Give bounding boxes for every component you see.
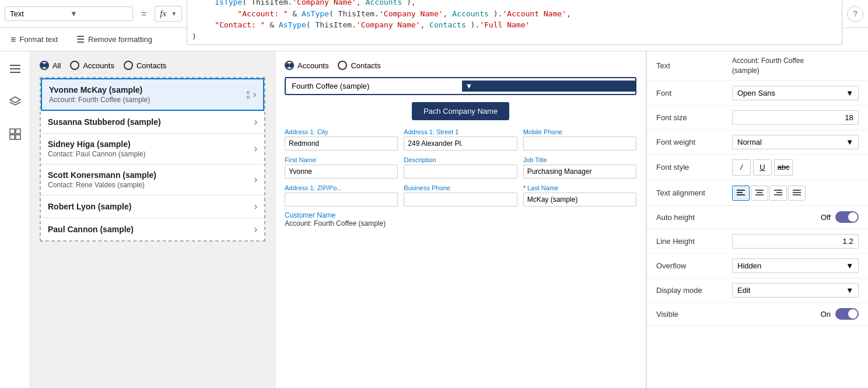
list-item-arrow: › — [253, 89, 256, 100]
form-field-mobile: Mobile Phone — [523, 128, 636, 151]
sidebar-components-icon[interactable] — [5, 124, 26, 145]
remove-formatting-label: Remove formatting — [88, 35, 152, 44]
list-item-arrow: › — [254, 201, 257, 212]
autoheight-switch[interactable] — [835, 211, 859, 223]
remove-format-icon: ☰ — [76, 34, 85, 45]
visible-switch[interactable] — [835, 308, 859, 320]
detail-panel: Accounts Contacts Fourth Coffee (sample)… — [275, 51, 646, 388]
field-input-jobtitle[interactable] — [523, 165, 636, 179]
sidebar-layers-icon[interactable] — [5, 91, 26, 112]
prop-row-fontstyle: Font style / U abc — [647, 155, 868, 181]
formula-code: If( IsBlank( ThisItem.'Company Name' ), … — [192, 0, 571, 42]
sidebar-hamburger-icon[interactable] — [5, 58, 26, 79]
customer-name-value: Account: Fourth Coffee (sample) — [285, 219, 386, 228]
italic-button[interactable]: / — [732, 159, 751, 176]
formula-bar[interactable]: If( IsBlank( ThisItem.'Company Name' ), … — [187, 0, 842, 45]
detail-radio-contacts-label: Contacts — [351, 61, 380, 70]
font-select-value: Open Sans — [737, 89, 775, 97]
svg-marker-3 — [10, 97, 20, 103]
formula-selector[interactable]: Text ▼ — [5, 6, 133, 21]
dropdown-arrow-icon: ▼ — [462, 81, 636, 92]
form-field-city: Address 1: City — [285, 128, 398, 151]
list-item[interactable]: Scott Konersmann (sample) Contact: Rene … — [41, 165, 264, 195]
svg-rect-16 — [774, 194, 782, 195]
patch-button[interactable]: Pach Company Name — [412, 102, 509, 120]
autoheight-toggle[interactable]: Off — [821, 211, 859, 223]
field-input-zip[interactable] — [285, 193, 398, 207]
list-item[interactable]: Sidney Higa (sample) Contact: Paul Canno… — [41, 134, 264, 165]
svg-rect-14 — [774, 190, 782, 191]
radio-contacts[interactable]: Contacts — [124, 61, 166, 70]
fontsize-input[interactable] — [732, 110, 859, 125]
drag-dots — [247, 91, 250, 99]
list-item[interactable]: Yvonne McKay (sample) Account: Fourth Co… — [41, 78, 264, 111]
underline-button[interactable]: U — [753, 159, 772, 176]
detail-radio-accounts-circle — [285, 61, 294, 70]
field-input-lastname[interactable] — [523, 193, 636, 207]
svg-rect-13 — [755, 194, 764, 195]
fontweight-chevron: ▼ — [846, 138, 853, 146]
prop-row-visible: Visible On — [647, 303, 868, 326]
help-button[interactable]: ? — [847, 6, 863, 22]
align-center-button[interactable] — [751, 186, 768, 201]
field-input-street[interactable] — [404, 137, 517, 151]
displaymode-select-value: Edit — [737, 286, 750, 295]
remove-formatting-button[interactable]: ☰ Remove formatting — [73, 32, 156, 47]
visible-label: On — [821, 310, 831, 319]
svg-rect-5 — [16, 129, 20, 134]
field-input-description[interactable] — [404, 165, 517, 179]
displaymode-select[interactable]: Edit ▼ — [732, 283, 859, 298]
font-select[interactable]: Open Sans ▼ — [732, 86, 859, 100]
sidebar-icons — [0, 51, 30, 388]
format-text-button[interactable]: ≡ Format text — [7, 32, 61, 47]
list-item[interactable]: Robert Lyon (sample) › — [41, 195, 264, 218]
list-item[interactable]: Paul Cannon (sample) › — [41, 218, 264, 240]
detail-radio-group: Accounts Contacts — [285, 61, 636, 70]
radio-all[interactable]: All — [40, 61, 61, 70]
displaymode-chevron: ▼ — [846, 286, 853, 295]
svg-rect-4 — [10, 129, 15, 134]
field-input-bizphone[interactable] — [404, 193, 517, 207]
svg-rect-10 — [737, 194, 745, 195]
prop-row-autoheight: Auto height Off — [647, 206, 868, 229]
list-item-sub: Contact: Rene Valdes (sample) — [48, 181, 254, 189]
fx-button[interactable]: fx ▼ — [155, 6, 182, 22]
form-field-zip: Address 1: ZIP/Po... — [285, 184, 398, 207]
prop-row-text: Text Account: Fourth Coffee(sample) — [647, 51, 868, 81]
list-item-sub: Contact: Paul Cannon (sample) — [48, 150, 254, 158]
autoheight-label: Off — [821, 213, 831, 222]
field-input-city[interactable] — [285, 137, 398, 151]
align-justify-button[interactable] — [788, 186, 806, 201]
field-input-mobile[interactable] — [523, 137, 636, 151]
prop-label-autoheight: Auto height — [656, 213, 732, 222]
strikethrough-button[interactable]: abc — [774, 159, 793, 176]
font-style-buttons: / U abc — [732, 159, 793, 176]
align-right-button[interactable] — [769, 186, 787, 201]
radio-accounts[interactable]: Accounts — [70, 61, 114, 70]
lineheight-input[interactable] — [732, 234, 859, 249]
list-item[interactable]: Susanna Stubberod (sample) › — [41, 111, 264, 134]
svg-rect-6 — [10, 135, 15, 139]
prop-label-font: Font — [656, 89, 732, 97]
visible-toggle[interactable]: On — [821, 308, 859, 320]
svg-rect-18 — [793, 192, 801, 193]
svg-rect-19 — [793, 194, 801, 195]
fx-chevron-icon: ▼ — [171, 11, 177, 17]
format-lines-icon: ≡ — [10, 34, 16, 45]
detail-radio-contacts[interactable]: Contacts — [338, 61, 380, 70]
align-left-button[interactable] — [732, 186, 750, 201]
field-input-firstname[interactable] — [285, 165, 398, 179]
overflow-select[interactable]: Hidden ▼ — [732, 258, 859, 273]
field-label-firstname: First Name — [285, 156, 398, 163]
eq-sign: = — [138, 9, 150, 19]
list-item-name: Sidney Higa (sample) — [48, 139, 254, 149]
svg-rect-17 — [793, 190, 801, 191]
list-item-name: Scott Konersmann (sample) — [48, 170, 254, 180]
list-item-arrow: › — [254, 174, 257, 185]
detail-dropdown[interactable]: Fourth Coffee (sample) ▼ — [285, 77, 636, 95]
svg-rect-15 — [776, 192, 782, 193]
detail-radio-accounts[interactable]: Accounts — [285, 61, 328, 70]
canvas-panel: All Accounts Contacts Yvonne McKay (samp… — [30, 51, 275, 388]
fontweight-select[interactable]: Normal ▼ — [732, 135, 859, 149]
form-grid: Address 1: City Address 1: Street 1 Mobi… — [285, 128, 636, 207]
